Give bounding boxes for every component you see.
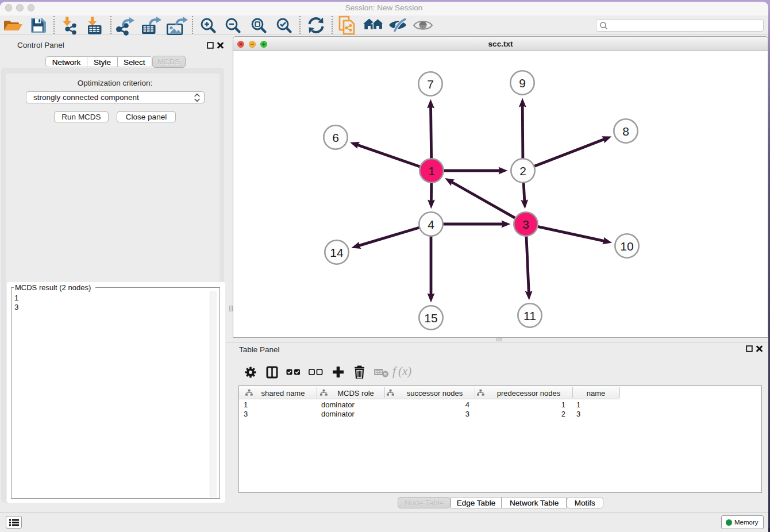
- svg-text:2: 2: [519, 164, 526, 178]
- svg-text:15: 15: [424, 311, 437, 325]
- svg-text:14: 14: [330, 246, 344, 259]
- svg-text:11: 11: [523, 309, 536, 322]
- svg-text:7: 7: [427, 78, 434, 91]
- svg-text:10: 10: [620, 240, 633, 253]
- svg-text:4: 4: [428, 218, 434, 231]
- svg-text:8: 8: [622, 125, 629, 138]
- svg-text:9: 9: [519, 76, 526, 90]
- svg-text:6: 6: [332, 131, 339, 144]
- svg-text:1: 1: [428, 164, 435, 178]
- svg-text:3: 3: [522, 218, 529, 231]
